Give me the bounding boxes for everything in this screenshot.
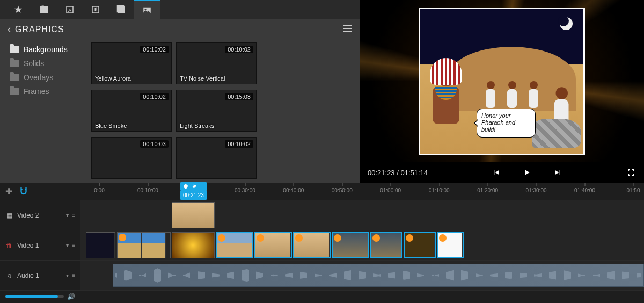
track-options-icon[interactable]: ≡ bbox=[72, 272, 75, 278]
asset-thumb[interactable]: 00:10:02 bbox=[176, 137, 257, 179]
folder-icon bbox=[10, 60, 19, 67]
preview-panel: Honor your Pharaoh and build! 00:21:23 /… bbox=[360, 0, 644, 183]
source-tabs: A bbox=[0, 0, 360, 19]
track-menu-icon[interactable]: ▾ bbox=[66, 212, 69, 218]
list-view-icon[interactable] bbox=[343, 25, 352, 34]
audio-clip[interactable] bbox=[113, 264, 644, 287]
graphics-panel: A ‹ GRAPHICS Backgrounds Solids Overlays… bbox=[0, 0, 360, 183]
prev-frame-button[interactable] bbox=[491, 168, 501, 177]
tab-favorites[interactable] bbox=[5, 0, 31, 19]
thumbnail-grid: 00:10:02Yellow Aurora 00:10:02TV Noise V… bbox=[91, 39, 360, 183]
tab-text[interactable]: A bbox=[57, 0, 83, 19]
video-clip[interactable] bbox=[172, 202, 215, 228]
folder-overlays[interactable]: Overlays bbox=[10, 70, 91, 84]
asset-thumb[interactable]: 00:10:03 bbox=[91, 137, 172, 179]
track-options-icon[interactable]: ≡ bbox=[72, 212, 75, 218]
tab-audio[interactable] bbox=[83, 0, 108, 19]
tab-effects[interactable] bbox=[108, 0, 134, 19]
track-audio1: ♫ Audio 1 ▾≡ bbox=[0, 261, 644, 291]
video-clip[interactable] bbox=[293, 232, 331, 258]
add-track-button[interactable]: ✚ bbox=[5, 186, 12, 197]
video-clip[interactable] bbox=[370, 232, 402, 258]
trash-icon[interactable]: 🗑 bbox=[5, 242, 13, 249]
svg-text:A: A bbox=[68, 7, 71, 12]
svg-point-12 bbox=[344, 31, 345, 32]
volume-icon[interactable]: 🔊 bbox=[67, 293, 75, 300]
svg-point-10 bbox=[344, 25, 345, 26]
back-icon[interactable]: ‹ bbox=[8, 24, 11, 35]
video-clip[interactable] bbox=[404, 232, 436, 258]
asset-thumb[interactable]: 00:10:02TV Noise Vertical bbox=[176, 42, 257, 84]
play-button[interactable] bbox=[522, 168, 532, 177]
moon-graphic bbox=[560, 17, 573, 30]
video-clip[interactable] bbox=[172, 232, 215, 258]
asset-thumb[interactable]: 00:10:02Blue Smoke bbox=[91, 90, 172, 132]
folder-list: Backgrounds Solids Overlays Frames bbox=[0, 39, 91, 183]
asset-thumb[interactable]: 00:15:03Light Streaks bbox=[176, 90, 257, 132]
svg-point-6 bbox=[145, 9, 147, 10]
folder-solids[interactable]: Solids bbox=[10, 56, 91, 70]
timecode-display: 00:21:23 / 01:51:14 bbox=[368, 169, 428, 177]
fullscreen-button[interactable] bbox=[626, 168, 636, 177]
track-type-icon: ▦ bbox=[5, 212, 13, 219]
preview-controls: 00:21:23 / 01:51:14 bbox=[360, 162, 644, 183]
preview-frame: Honor your Pharaoh and build! bbox=[419, 8, 585, 155]
track-options-icon[interactable]: ≡ bbox=[72, 242, 75, 248]
playhead[interactable]: 00:21:23 bbox=[180, 182, 207, 200]
magnet-snap-button[interactable] bbox=[19, 186, 28, 198]
panel-title: GRAPHICS bbox=[15, 25, 64, 34]
track-video2: ▦ Video 2 ▾≡ bbox=[0, 200, 644, 230]
asset-thumb[interactable]: 00:10:02Yellow Aurora bbox=[91, 42, 172, 84]
track-menu-icon[interactable]: ▾ bbox=[66, 242, 69, 248]
playhead-line bbox=[191, 217, 191, 303]
video-clip[interactable] bbox=[86, 232, 115, 258]
next-frame-button[interactable] bbox=[553, 168, 563, 177]
video-clip[interactable] bbox=[216, 232, 253, 258]
video-clip[interactable] bbox=[254, 232, 292, 258]
video-clip[interactable] bbox=[437, 232, 464, 258]
folder-icon bbox=[10, 74, 19, 81]
tab-graphics[interactable] bbox=[134, 0, 160, 19]
speech-bubble: Honor your Pharaoh and build! bbox=[477, 109, 536, 138]
svg-point-11 bbox=[344, 28, 345, 29]
folder-frames[interactable]: Frames bbox=[10, 84, 91, 98]
pharaoh-character bbox=[426, 62, 466, 143]
music-icon: ♫ bbox=[5, 272, 13, 279]
video-clip[interactable] bbox=[332, 232, 369, 258]
track-video1: 🗑 Video 1 ▾≡ bbox=[0, 230, 644, 261]
volume-control: 🔊 bbox=[0, 291, 80, 302]
folder-icon bbox=[10, 88, 19, 95]
video-clip[interactable] bbox=[117, 232, 171, 258]
volume-slider[interactable] bbox=[5, 295, 64, 298]
track-menu-icon[interactable]: ▾ bbox=[66, 272, 69, 278]
tab-media[interactable] bbox=[31, 0, 57, 19]
timeline: ✚ 0:00 00:10:00 00:20:00 00:30:00 00:40:… bbox=[0, 183, 644, 303]
folder-icon bbox=[10, 46, 19, 53]
preview-viewport[interactable]: Honor your Pharaoh and build! bbox=[360, 0, 644, 162]
folder-backgrounds[interactable]: Backgrounds bbox=[10, 42, 91, 56]
